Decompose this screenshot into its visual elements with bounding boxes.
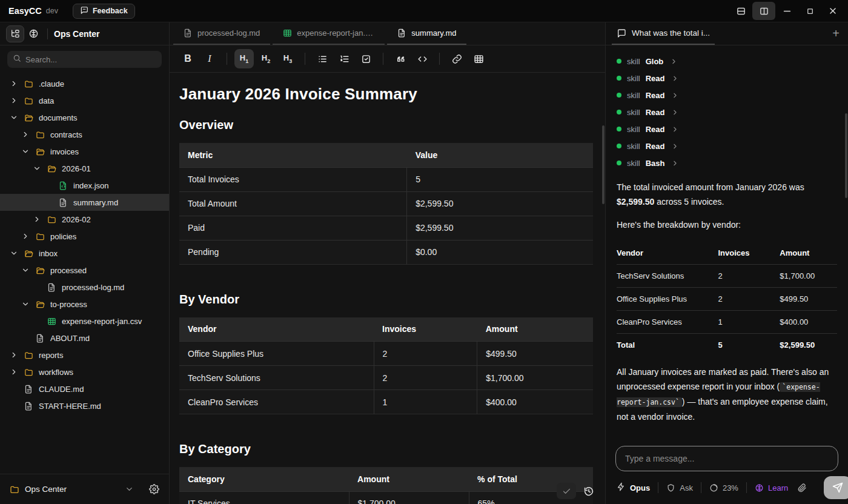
skill-status-dot [617, 93, 621, 98]
tree-item-policies[interactable]: policies [0, 228, 169, 245]
bold-button[interactable]: B [178, 49, 197, 68]
link-icon[interactable] [447, 49, 466, 68]
search-box[interactable] [7, 51, 162, 68]
split-vertical-icon[interactable] [752, 2, 775, 20]
heading2-button[interactable]: H2 [256, 49, 276, 68]
bullet-list-icon[interactable] [313, 49, 332, 68]
gear-icon[interactable] [149, 484, 159, 494]
chevron-down-icon[interactable] [33, 164, 47, 173]
chat-tab[interactable]: What was the total i... [612, 22, 715, 45]
chevron-right-icon[interactable] [10, 96, 24, 105]
chevron-right-icon[interactable] [21, 232, 36, 240]
chevron-down-icon[interactable] [21, 300, 36, 308]
learn-toggle[interactable]: Learn [755, 483, 788, 492]
chevron-down-icon[interactable] [21, 266, 36, 274]
check-icon[interactable] [557, 483, 576, 499]
tree-item-summary.md[interactable]: summary.md [0, 194, 169, 211]
new-chat-button[interactable]: + [832, 22, 840, 45]
tree-item-label: documents [39, 113, 78, 122]
skill-row-Read[interactable]: skillRead [617, 87, 837, 104]
tree-item-inbox[interactable]: inbox [0, 245, 169, 262]
table-icon[interactable] [469, 49, 488, 68]
code-icon[interactable] [412, 49, 432, 68]
app-window: EasyCC dev Feedback Ops Center [0, 0, 848, 504]
tree-item-START-HERE.md[interactable]: START-HERE.md [0, 397, 169, 414]
tree-item-2026-01[interactable]: 2026-01 [0, 160, 169, 177]
chevron-right-icon[interactable] [21, 130, 36, 139]
tree-item-documents[interactable]: documents [0, 109, 169, 126]
ordered-list-icon[interactable] [334, 49, 354, 68]
table-header-cell: Value [407, 143, 593, 167]
context-usage[interactable]: 23% [709, 483, 738, 492]
close-button[interactable] [821, 2, 844, 20]
editor-tab-processed-log.md[interactable]: processed-log.md [173, 22, 270, 45]
send-button[interactable] [824, 476, 848, 499]
table-header-cell: Vendor [179, 317, 374, 342]
editor-scrollbar[interactable] [602, 125, 605, 204]
tree-item-2026-02[interactable]: 2026-02 [0, 211, 169, 228]
italic-button[interactable]: I [200, 49, 219, 68]
editor-tab-summary.md[interactable]: summary.md [387, 22, 466, 45]
skill-row-Bash[interactable]: skillBash [617, 154, 837, 171]
chevron-right-icon[interactable] [33, 215, 47, 224]
history-icon[interactable] [581, 483, 597, 499]
skill-row-Read[interactable]: skillRead [617, 104, 837, 121]
tree-item-workflows[interactable]: workflows [0, 363, 169, 380]
chat-message-input[interactable] [615, 446, 838, 471]
skill-kind-label: skill [627, 159, 640, 168]
paperclip-icon[interactable] [797, 483, 807, 492]
task-list-icon[interactable] [356, 49, 376, 68]
tree-item-.claude[interactable]: .claude [0, 75, 169, 92]
search-input[interactable] [25, 55, 156, 64]
mode-selector[interactable]: Ask [666, 483, 693, 492]
controls-divider [746, 482, 747, 493]
folder-open-icon [24, 249, 39, 258]
document-editor[interactable]: January 2026 Invoice SummaryOverviewMetr… [170, 73, 605, 504]
brain-view-icon[interactable] [24, 25, 42, 42]
table-header-cell: Amount [477, 317, 593, 342]
chevron-down-icon[interactable] [10, 249, 24, 257]
zap-icon [617, 482, 626, 493]
chevron-down-icon[interactable] [10, 113, 24, 122]
model-selector[interactable]: Opus [617, 482, 650, 493]
file-tree-view-icon[interactable] [6, 25, 24, 42]
blockquote-icon[interactable] [391, 49, 410, 68]
chevron-down-icon[interactable] [21, 147, 36, 156]
skill-row-Read[interactable]: skillRead [617, 138, 837, 154]
skill-row-Glob[interactable]: skillGlob [617, 53, 837, 70]
tree-item-index.json[interactable]: index.json [0, 177, 169, 194]
skill-kind-label: skill [627, 57, 640, 66]
chevron-right-icon[interactable] [10, 79, 24, 88]
table-cell: IT Services [179, 491, 349, 504]
chevron-right-icon[interactable] [10, 368, 24, 376]
skill-row-Read[interactable]: skillRead [617, 121, 837, 138]
chevron-right-icon [671, 108, 679, 116]
heading1-button[interactable]: H1 [234, 49, 254, 68]
document-table: CategoryAmount% of TotalIT Services$1,70… [179, 467, 593, 504]
title-bar-right [729, 2, 844, 20]
split-horizontal-icon[interactable] [729, 2, 752, 20]
brain-icon [755, 483, 764, 492]
tree-item-contracts[interactable]: contracts [0, 126, 169, 143]
maximize-button[interactable] [798, 2, 821, 20]
tree-item-processed-log.md[interactable]: processed-log.md [0, 279, 169, 296]
tree-item-ABOUT.md[interactable]: ABOUT.md [0, 330, 169, 346]
chevron-right-icon[interactable] [10, 351, 24, 359]
tree-item-data[interactable]: data [0, 92, 169, 109]
tree-item-expense-report-jan.csv[interactable]: expense-report-jan.csv [0, 313, 169, 330]
tree-item-reports[interactable]: reports [0, 346, 169, 363]
chevron-down-icon[interactable] [125, 485, 134, 494]
feedback-button[interactable]: Feedback [73, 4, 135, 19]
skill-row-Read[interactable]: skillRead [617, 70, 837, 87]
workspace-switcher-label[interactable]: Ops Center [25, 485, 67, 494]
tree-item-processed[interactable]: processed [0, 262, 169, 279]
skill-name-label: Read [646, 74, 665, 83]
tree-item-invoices[interactable]: invoices [0, 143, 169, 160]
tree-item-CLAUDE.md[interactable]: CLAUDE.md [0, 380, 169, 397]
editor-tab-expense-report-jan.c...[interactable]: expense-report-jan.c... [273, 22, 385, 45]
tree-item-to-process[interactable]: to-process [0, 296, 169, 313]
chat-table-total-row: Total5$2,599.50 [617, 334, 837, 357]
chat-scrollbar[interactable] [845, 113, 847, 198]
minimize-button[interactable] [775, 2, 798, 20]
heading3-button[interactable]: H3 [278, 49, 297, 68]
